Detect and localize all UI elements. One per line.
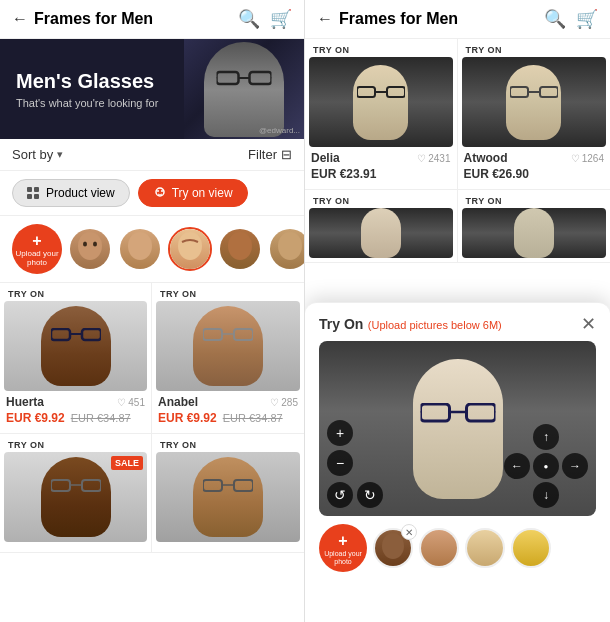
page-title: Frames for Men (34, 10, 153, 28)
left-panel: ← Frames for Men 🔍 🛒 Men's Glasses That'… (0, 0, 305, 622)
avatar-face-1 (70, 229, 110, 269)
cart-button[interactable]: 🛒 (270, 8, 292, 30)
modal-photo-row: + Upload your photo ✕ (305, 516, 610, 580)
right-like-row-1: ♡ 2431 (417, 153, 450, 164)
product-card-1: TRY ON Huerta ♡ 451 (0, 283, 152, 434)
product-image-4[interactable] (156, 452, 300, 542)
right-back-button[interactable]: ← (317, 10, 333, 28)
zoom-out-button[interactable]: − (327, 450, 353, 476)
chevron-down-icon: ▾ (57, 148, 63, 161)
right-product-image-1[interactable] (309, 57, 453, 147)
arrow-left-button[interactable]: ← (504, 453, 530, 479)
avatar-5[interactable] (268, 227, 304, 271)
arrow-center-button[interactable]: ● (533, 453, 559, 479)
like-count-1: 451 (128, 397, 145, 408)
svg-point-13 (83, 242, 87, 247)
right-product-image-2[interactable] (462, 57, 607, 147)
arrow-right-button[interactable]: → (562, 453, 588, 479)
right-try-on-badge-3: TRY ON (309, 194, 453, 208)
zoom-controls: + − (327, 420, 353, 476)
price-original-1: EUR €34.87 (71, 412, 131, 424)
svg-point-11 (161, 190, 163, 192)
modal-avatar-4[interactable] (511, 528, 551, 568)
modal-close-button[interactable]: ✕ (581, 313, 596, 335)
right-cart-button[interactable]: 🛒 (576, 8, 598, 30)
right-header-left: ← Frames for Men (317, 10, 458, 28)
upload-photo-button[interactable]: + Upload your photo (12, 224, 62, 274)
product-face-3 (41, 457, 111, 537)
svg-rect-7 (27, 194, 32, 199)
try-on-badge-1: TRY ON (4, 287, 147, 301)
arrow-down-button[interactable]: ↓ (533, 482, 559, 508)
rotate-left-button[interactable]: ↺ (327, 482, 353, 508)
banner-image (184, 39, 304, 139)
avatar-4[interactable] (218, 227, 262, 271)
product-name-row-3 (4, 542, 147, 548)
product-image-1[interactable] (4, 301, 147, 391)
modal-subtitle: (Upload pictures below 6M) (368, 319, 502, 331)
modal-main-image: + − ↺ ↻ ↑ ← ● → ↓ (319, 341, 596, 516)
product-face-2 (193, 306, 263, 386)
like-row-1: ♡ 451 (117, 397, 145, 408)
filter-button[interactable]: Filter ⊟ (248, 147, 292, 162)
modal-avatar-3[interactable] (465, 528, 505, 568)
modal-avatar-wrapper-1: ✕ (373, 528, 413, 568)
right-try-on-badge-4: TRY ON (462, 194, 607, 208)
avatar-1[interactable] (68, 227, 112, 271)
modal-avatar-face-3 (467, 530, 503, 566)
right-try-on-badge-2: TRY ON (462, 43, 607, 57)
product-card-3: TRY ON SALE (0, 434, 152, 553)
product-face-1 (41, 306, 111, 386)
delete-avatar-1[interactable]: ✕ (401, 524, 417, 540)
try-on-modal: Try On (Upload pictures below 6M) ✕ + − (305, 302, 610, 622)
product-image-3[interactable]: SALE (4, 452, 147, 542)
avatar-face-4 (220, 229, 260, 269)
heart-icon-1: ♡ (117, 397, 126, 408)
modal-title: Try On (319, 316, 363, 332)
right-like-count-1: 2431 (428, 153, 450, 164)
right-price-1: EUR €23.91 (309, 167, 453, 185)
right-product-image-3[interactable] (309, 208, 453, 258)
svg-rect-27 (82, 480, 101, 491)
right-header-icons: 🔍 🛒 (544, 8, 598, 30)
search-button[interactable]: 🔍 (238, 8, 260, 30)
product-card-2: TRY ON Anabel ♡ 285 EUR €9.92 (152, 283, 304, 434)
filter-label: Filter (248, 147, 277, 162)
right-product-image-4[interactable] (462, 208, 607, 258)
svg-rect-32 (357, 87, 375, 97)
svg-point-12 (78, 232, 102, 260)
svg-rect-8 (34, 194, 39, 199)
product-view-button[interactable]: Product view (12, 179, 130, 207)
right-try-on-badge-1: TRY ON (309, 43, 453, 57)
price-sale-1: EUR €9.92 (6, 411, 65, 425)
zoom-in-button[interactable]: + (327, 420, 353, 446)
right-like-row-2: ♡ 1264 (571, 153, 604, 164)
try-on-view-button[interactable]: Try on view (138, 179, 248, 207)
avatar-face-svg-3 (174, 230, 206, 268)
right-search-button[interactable]: 🔍 (544, 8, 566, 30)
avatar-face-5 (270, 229, 304, 269)
filter-icon: ⊟ (281, 147, 292, 162)
product-name-row-4 (156, 542, 300, 548)
avatar-face-svg-1 (74, 230, 106, 268)
arrow-up-button[interactable]: ↑ (533, 424, 559, 450)
right-page-title: Frames for Men (339, 10, 458, 28)
back-button[interactable]: ← (12, 10, 28, 28)
left-header: ← Frames for Men 🔍 🛒 (0, 0, 304, 39)
right-panel: ← Frames for Men 🔍 🛒 TRY ON Del (305, 0, 610, 622)
avatar-face-svg-5 (274, 230, 304, 268)
svg-rect-19 (51, 329, 70, 340)
rotate-right-button[interactable]: ↻ (357, 482, 383, 508)
svg-rect-26 (51, 480, 70, 491)
glasses-icon-3 (51, 479, 101, 494)
sort-button[interactable]: Sort by ▾ (12, 147, 63, 162)
price-row-1: EUR €9.92 EUR €34.87 (4, 411, 147, 429)
product-name-1: Huerta (6, 395, 44, 409)
modal-avatar-2[interactable] (419, 528, 459, 568)
try-on-view-label: Try on view (172, 186, 233, 200)
avatar-2[interactable] (118, 227, 162, 271)
modal-upload-button[interactable]: + Upload your photo (319, 524, 367, 572)
rotate-controls: ↺ ↻ (327, 482, 383, 508)
product-image-2[interactable] (156, 301, 300, 391)
avatar-3[interactable] (168, 227, 212, 271)
